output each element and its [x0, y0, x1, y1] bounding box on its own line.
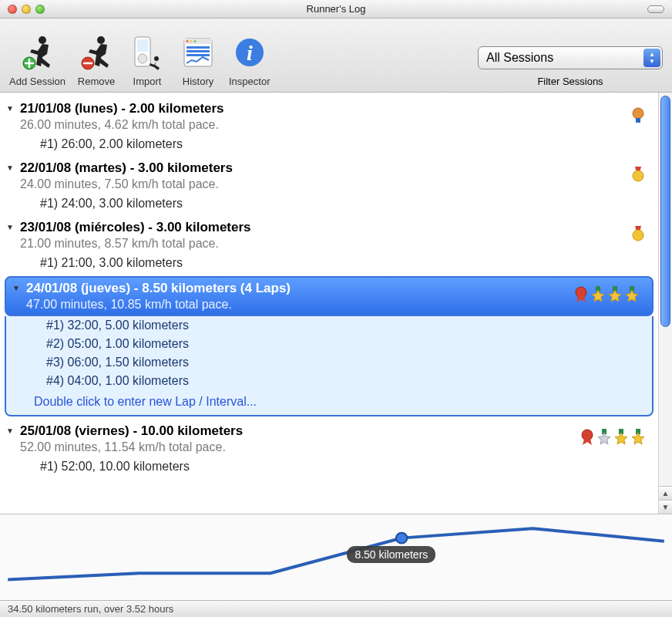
disclosure-triangle-icon[interactable]: ▼ — [3, 220, 17, 231]
svg-rect-20 — [636, 118, 640, 123]
session-medals — [630, 160, 646, 186]
session-row[interactable]: ▼21/01/08 (lunes) - 2.00 kilometers26.00… — [0, 96, 658, 155]
session-row[interactable]: ▼23/01/08 (miércoles) - 3.00 kilometers2… — [0, 214, 658, 274]
session-title: 23/01/08 (miércoles) - 3.00 kilometers — [20, 220, 630, 235]
svg-marker-36 — [615, 433, 627, 444]
disclosure-triangle-icon[interactable]: ▼ — [9, 281, 23, 292]
scrollbar-vertical[interactable]: ▲ ▼ — [658, 93, 672, 514]
star-silver-icon — [596, 428, 612, 449]
svg-point-7 — [154, 56, 159, 61]
titlebar: Runner's Log — [0, 0, 672, 19]
lap-row[interactable]: #3) 06:00, 1.50 kilometers — [6, 353, 652, 372]
lap-row[interactable]: #2) 05:00, 1.00 kilometers — [6, 335, 652, 353]
history-label: History — [183, 76, 213, 87]
lap-row[interactable]: #4) 04:00, 1.00 kilometers — [6, 372, 652, 390]
svg-point-22 — [633, 170, 643, 181]
session-row[interactable]: ▼22/01/08 (martes) - 3.00 kilometers24.0… — [0, 155, 658, 214]
svg-point-0 — [39, 36, 46, 44]
session-row[interactable]: ▼25/01/08 (viernes) - 10.00 kilometers52… — [0, 418, 658, 477]
filter-sessions-label: Filter Sessions — [537, 76, 603, 87]
add-session-button[interactable]: Add Session — [9, 32, 66, 87]
toolbar-toggle-button[interactable] — [647, 5, 664, 13]
inspector-icon: i — [230, 32, 270, 72]
star-gold-icon — [590, 285, 606, 306]
import-button[interactable]: Import — [127, 32, 167, 87]
zoom-window-button[interactable] — [35, 5, 45, 14]
inspector-label: Inspector — [229, 76, 270, 87]
svg-rect-13 — [186, 46, 210, 49]
svg-marker-27 — [592, 290, 604, 302]
svg-point-12 — [193, 40, 196, 42]
gold-ribbon-icon — [630, 224, 646, 245]
star-gold-icon — [630, 428, 646, 449]
add-session-icon — [18, 32, 58, 72]
session-title: 25/01/08 (viernes) - 10.00 kilometers — [20, 423, 580, 439]
lap-row[interactable]: #1) 24:00, 3.00 kilometers — [0, 194, 658, 213]
session-subtitle: 24.00 minutes, 7.50 km/h total pace. — [20, 177, 630, 191]
session-subtitle: 21.00 minutes, 8.57 km/h total pace. — [20, 237, 630, 251]
svg-point-39 — [396, 533, 407, 544]
svg-rect-14 — [186, 50, 210, 52]
bronze-icon — [630, 106, 646, 126]
star-gold-icon — [624, 285, 640, 306]
star-gold-icon — [613, 428, 629, 449]
scroll-up-button[interactable]: ▲ — [659, 486, 672, 500]
session-row[interactable]: ▼24/01/08 (jueves) - 8.50 kilometers (4 … — [0, 274, 658, 418]
svg-point-6 — [138, 54, 147, 63]
svg-marker-29 — [609, 290, 621, 302]
distance-chart: 8.50 kilometers — [0, 514, 672, 600]
close-window-button[interactable] — [8, 5, 17, 14]
session-subtitle: 26.00 minutes, 4.62 km/h total pace. — [20, 118, 630, 132]
svg-point-10 — [186, 40, 188, 42]
svg-point-11 — [190, 40, 192, 42]
svg-rect-5 — [137, 39, 148, 52]
lap-row[interactable]: #1) 32:00, 5.00 kilometers — [6, 316, 652, 335]
history-button[interactable]: History — [178, 32, 218, 87]
remove-session-button[interactable]: Remove — [76, 32, 116, 87]
disclosure-triangle-icon[interactable]: ▼ — [3, 101, 17, 113]
filter-selected-value: All Sessions — [486, 51, 553, 65]
scrollbar-thumb[interactable] — [660, 96, 670, 327]
lap-row[interactable]: #1) 21:00, 3.00 kilometers — [0, 254, 658, 272]
session-subtitle: 47.00 minutes, 10.85 km/h total pace. — [26, 298, 573, 312]
sessions-list: ▼21/01/08 (lunes) - 2.00 kilometers26.00… — [0, 93, 658, 514]
svg-text:i: i — [247, 41, 253, 65]
disclosure-triangle-icon[interactable]: ▼ — [3, 423, 17, 435]
new-lap-hint[interactable]: Double click to enter new Lap / Interval… — [6, 390, 652, 415]
select-arrows-icon: ▲▼ — [643, 49, 660, 67]
svg-rect-15 — [186, 54, 210, 56]
toolbar: Add Session Remove — [0, 19, 672, 93]
remove-session-label: Remove — [78, 76, 115, 87]
session-subtitle: 52.00 minutes, 11.54 km/h total pace. — [20, 440, 580, 454]
lap-row[interactable]: #1) 26:00, 2.00 kilometers — [0, 135, 658, 153]
session-title: 24/01/08 (jueves) - 8.50 kilometers (4 L… — [26, 281, 573, 296]
star-gold-icon — [607, 285, 623, 306]
history-icon — [178, 32, 218, 72]
svg-point-32 — [582, 430, 593, 440]
status-bar: 34.50 kilometers run, over 3.52 hours — [0, 600, 672, 617]
session-medals — [580, 423, 646, 449]
window-title: Runner's Log — [0, 3, 672, 15]
svg-point-25 — [576, 287, 586, 298]
svg-marker-31 — [626, 290, 638, 302]
disclosure-triangle-icon[interactable]: ▼ — [3, 160, 17, 172]
svg-marker-38 — [632, 433, 644, 444]
red-ribbon-icon — [573, 285, 589, 306]
session-title: 22/01/08 (martes) - 3.00 kilometers — [20, 160, 630, 176]
lap-row[interactable]: #1) 52:00, 10.00 kilometers — [0, 457, 658, 476]
remove-session-icon — [76, 32, 116, 72]
red-ribbon-icon — [580, 428, 595, 449]
add-session-label: Add Session — [9, 76, 66, 87]
filter-sessions-select[interactable]: All Sessions ▲▼ — [478, 46, 663, 69]
svg-point-19 — [633, 108, 643, 119]
session-title: 21/01/08 (lunes) - 2.00 kilometers — [20, 101, 630, 116]
minimize-window-button[interactable] — [22, 5, 31, 14]
session-medals — [630, 220, 646, 245]
svg-point-2 — [97, 36, 105, 44]
status-text: 34.50 kilometers run, over 3.52 hours — [8, 603, 173, 615]
session-medals — [630, 101, 646, 126]
session-medals — [573, 281, 640, 306]
inspector-button[interactable]: i Inspector — [229, 32, 270, 87]
import-label: Import — [133, 76, 162, 87]
scroll-down-button[interactable]: ▼ — [659, 500, 672, 514]
